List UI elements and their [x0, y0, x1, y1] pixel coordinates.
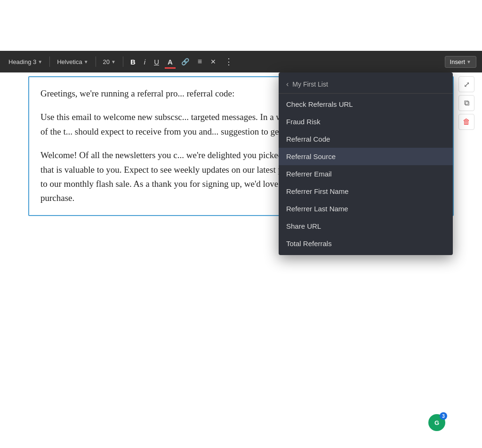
italic-label: i	[144, 58, 145, 66]
font-arrow: ▼	[84, 59, 88, 64]
clear-format-button[interactable]	[208, 56, 219, 67]
trash-icon: 🗑	[463, 118, 470, 126]
bold-button[interactable]: B	[128, 56, 138, 68]
dropdown-item-total-referrals[interactable]: Total Referrals	[279, 235, 453, 252]
underline-button[interactable]: U	[151, 56, 162, 68]
side-icons: ⤢ ⧉ 🗑	[458, 76, 474, 130]
font-size-arrow: ▼	[111, 59, 116, 64]
dropdown-item-referrer-email[interactable]: Referrer Email	[279, 165, 453, 183]
insert-dropdown: ‹ My First List Check Referrals URL Frau…	[279, 72, 453, 255]
dropdown-header[interactable]: ‹ My First List	[279, 75, 453, 94]
heading-style-label: Heading 3	[8, 58, 36, 65]
align-icon	[198, 57, 202, 66]
font-size-label: 20	[103, 58, 110, 65]
grammarly-count: 3	[440, 412, 447, 420]
font-selector[interactable]: Helvetica ▼	[54, 56, 91, 67]
insert-label: Insert	[450, 58, 466, 65]
move-icon: ⤢	[464, 80, 470, 89]
dropdown-item-fraud-risk[interactable]: Fraud Risk	[279, 113, 453, 130]
dropdown-item-referrer-first-name[interactable]: Referrer First Name	[279, 183, 453, 200]
insert-button[interactable]: Insert ▼	[445, 56, 476, 68]
back-arrow-icon: ‹	[286, 80, 289, 88]
grammarly-badge[interactable]: G 3	[428, 414, 445, 431]
clear-icon	[210, 58, 216, 65]
link-button[interactable]	[178, 56, 192, 67]
bold-label: B	[130, 58, 136, 66]
dropdown-item-share-url[interactable]: Share URL	[279, 217, 453, 235]
dropdown-header-label: My First List	[292, 80, 328, 88]
delete-icon-button[interactable]: 🗑	[458, 114, 474, 130]
font-label: Helvetica	[57, 58, 82, 65]
heading-style-selector[interactable]: Heading 3 ▼	[6, 56, 45, 67]
more-icon	[225, 56, 233, 67]
link-icon	[181, 58, 189, 65]
align-button[interactable]	[195, 56, 205, 68]
dropdown-item-referral-code[interactable]: Referral Code	[279, 130, 453, 148]
editor-toolbar: Heading 3 ▼ Helvetica ▼ 20 ▼ B i U A Ins…	[0, 51, 482, 72]
copy-icon: ⧉	[464, 99, 469, 107]
move-icon-button[interactable]: ⤢	[458, 76, 474, 92]
italic-button[interactable]: i	[141, 56, 148, 68]
grammarly-letter: G	[434, 419, 439, 426]
underline-label: U	[154, 58, 159, 66]
copy-icon-button[interactable]: ⧉	[458, 95, 474, 111]
divider-3	[123, 56, 123, 67]
color-label: A	[168, 58, 173, 66]
divider-1	[49, 56, 50, 67]
text-color-button[interactable]: A	[165, 56, 176, 68]
dropdown-item-referral-source[interactable]: Referral Source	[279, 148, 453, 165]
dropdown-item-referrer-last-name[interactable]: Referrer Last Name	[279, 200, 453, 217]
font-size-selector[interactable]: 20 ▼	[100, 56, 119, 67]
divider-2	[96, 56, 96, 67]
insert-arrow: ▼	[466, 59, 471, 64]
heading-style-arrow: ▼	[38, 59, 42, 64]
dropdown-item-check-referrals[interactable]: Check Referrals URL	[279, 96, 453, 113]
more-options-button[interactable]	[222, 55, 236, 69]
